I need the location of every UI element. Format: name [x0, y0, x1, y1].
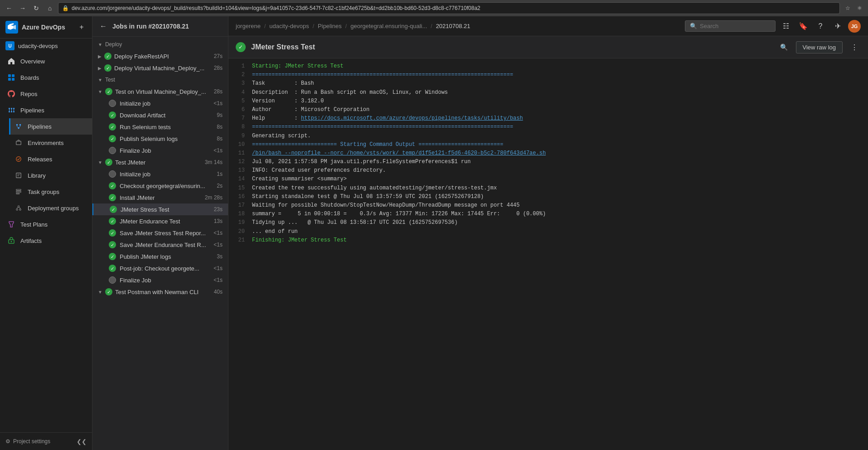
sidebar-item-releases[interactable]: Releases	[9, 151, 92, 167]
line-num-9: 9	[236, 132, 245, 140]
install-jmeter-time: 2m 28s	[205, 194, 223, 201]
save-stress-report-time: <1s	[213, 230, 223, 236]
sidebar-label-library: Library	[28, 172, 46, 179]
grid-view-button[interactable]: ☷	[779, 19, 793, 33]
job-post-checkout[interactable]: ✓ Post-job: Checkout georgete... <1s	[92, 262, 228, 274]
job-deploy-fakerestapi[interactable]: ▶ ✓ Deploy FakeRestAPI 27s	[92, 50, 228, 62]
breadcrumb-pipeline-name[interactable]: georgetegral.ensuring-quali...	[350, 23, 427, 29]
bash-link[interactable]: /bin/bash --noprofile --norc /home/vsts/…	[252, 150, 546, 156]
task-icon	[14, 187, 23, 196]
breadcrumb: jorgerene / udacity-devops / Pipelines /…	[236, 23, 685, 29]
job-jmeter-endurance[interactable]: ✓ JMeter Endurance Test 13s	[92, 215, 228, 227]
job-jmeter-stress[interactable]: ✓ JMeter Stress Test 23s	[92, 203, 228, 215]
search-input[interactable]	[700, 23, 771, 29]
sidebar-item-environments[interactable]: Environments	[9, 135, 92, 151]
save-stress-report-status: ✓	[109, 229, 116, 237]
job-finalize-1[interactable]: Finalize Job <1s	[92, 145, 228, 156]
sidebar-item-pipelines-sub[interactable]: Pipelines	[9, 118, 92, 135]
breadcrumb-udacity[interactable]: udacity-devops	[269, 23, 309, 29]
install-jmeter-name: Install JMeter	[120, 194, 201, 201]
top-bar-right: 🔍 ☷ 🔖 ? ✈ JG	[685, 19, 861, 33]
sidebar-item-library[interactable]: Library	[9, 167, 92, 184]
job-test-jmeter-group[interactable]: ▼ ✓ Test JMeter 3m 14s	[92, 156, 228, 168]
section-deploy-label: Deploy	[105, 41, 122, 48]
sidebar-item-test-plans[interactable]: Test Plans	[0, 216, 92, 232]
app-container: Azure DevOps + U udacity-devops Overview…	[0, 16, 868, 450]
log-search-button[interactable]: 🔍	[778, 41, 790, 53]
notifications-button[interactable]: 🔖	[796, 19, 810, 33]
line-text-21: Finishing: JMeter Stress Test	[252, 236, 347, 245]
log-line-8: 8 ======================================…	[236, 123, 861, 131]
sidebar-item-overview[interactable]: Overview	[0, 53, 92, 69]
line-text-15: Created the tree successfully using auto…	[252, 184, 497, 193]
jmeter-stress-status: ✓	[110, 206, 117, 213]
help-button[interactable]: ?	[814, 19, 827, 33]
artifact-icon	[7, 236, 16, 245]
line-text-17: Waiting for possible Shutdown/StopTestNo…	[252, 201, 520, 210]
home-button[interactable]: ⌂	[44, 3, 55, 14]
log-line-14: 14 Creating summariser <summary>	[236, 175, 861, 184]
project-item[interactable]: U udacity-devops	[0, 39, 92, 53]
job-init-job-2[interactable]: Initialize job 1s	[92, 168, 228, 180]
line-num-7: 7	[236, 114, 245, 123]
breadcrumb-pipelines[interactable]: Pipelines	[318, 23, 342, 29]
env-icon	[14, 138, 23, 147]
section-test-label: Test	[105, 77, 115, 83]
log-more-button[interactable]: ⋮	[848, 41, 861, 53]
postman-group-name: Test Postman with Newman CLI	[115, 289, 211, 295]
line-text-7: Help : https://docs.microsoft.com/azure/…	[252, 114, 523, 123]
back-button[interactable]: ←	[4, 3, 15, 14]
star-button[interactable]: ☆	[843, 3, 853, 13]
sidebar-item-artifacts[interactable]: Artifacts	[0, 232, 92, 249]
line-num-17: 17	[236, 201, 245, 210]
save-stress-report-name: Save JMeter Stress Test Repor...	[120, 230, 210, 237]
init-job-2-name: Initialize job	[120, 171, 213, 178]
forward-button[interactable]: →	[17, 3, 28, 14]
job-publish-jmeter[interactable]: ✓ Publish JMeter logs 3s	[92, 251, 228, 262]
job-download-artifact[interactable]: ✓ Download Artifact 9s	[92, 109, 228, 121]
extensions-button[interactable]: ⚛	[854, 3, 864, 13]
job-panel-back-button[interactable]: ←	[98, 21, 109, 32]
log-line-11: 11 /bin/bash --noprofile --norc /home/vs…	[236, 149, 861, 158]
reload-button[interactable]: ↻	[31, 3, 42, 14]
job-deploy-vm[interactable]: ▶ ✓ Deploy Virtual Machine_Deploy_... 28…	[92, 62, 228, 74]
svg-rect-12	[16, 194, 19, 194]
sidebar-item-boards[interactable]: Boards	[0, 69, 92, 86]
job-checkout[interactable]: ✓ Checkout georgetegral/ensurin... 2s	[92, 180, 228, 192]
job-test-postman-group[interactable]: ▼ ✓ Test Postman with Newman CLI 40s	[92, 286, 228, 298]
sidebar-item-repos[interactable]: Repos	[0, 86, 92, 102]
job-publish-selenium[interactable]: ✓ Publish Selenium logs 8s	[92, 133, 228, 145]
sidebar-item-task-groups[interactable]: Task groups	[9, 184, 92, 200]
view-raw-log-button[interactable]: View raw log	[796, 41, 843, 53]
sidebar-label-pipelines: Pipelines	[20, 107, 44, 114]
job-run-selenium[interactable]: ✓ Run Selenium tests 8s	[92, 121, 228, 133]
job-test-vm-group[interactable]: ▼ ✓ Test on Virtual Machine_Deploy_... 2…	[92, 86, 228, 97]
job-save-endurance-report[interactable]: ✓ Save JMeter Endurance Test R... <1s	[92, 239, 228, 251]
user-avatar[interactable]: JG	[848, 20, 861, 33]
help-link[interactable]: https://docs.microsoft.com/azure/devops/…	[301, 115, 523, 121]
add-project-button[interactable]: +	[77, 22, 87, 32]
project-icon: U	[5, 41, 15, 50]
svg-rect-1	[12, 74, 15, 77]
job-save-stress-report[interactable]: ✓ Save JMeter Stress Test Repor... <1s	[92, 227, 228, 239]
project-settings[interactable]: ⚙ Project settings ❮❮	[0, 432, 92, 450]
init-job-2-time: 1s	[217, 171, 223, 177]
collapse-sidebar-button[interactable]: ❮❮	[77, 436, 87, 446]
user-settings-button[interactable]: ✈	[831, 19, 844, 33]
line-num-12: 12	[236, 158, 245, 166]
job-init-job-1[interactable]: Initialize job <1s	[92, 97, 228, 109]
address-bar[interactable]: 🔒 dev.azure.com/jorgerene/udacity-devops…	[58, 2, 840, 14]
sidebar-item-pipelines[interactable]: Pipelines	[0, 102, 92, 118]
test-vm-group-time: 28s	[214, 88, 223, 95]
section-deploy[interactable]: ▼ Deploy	[92, 39, 228, 50]
sidebar-item-deployment-groups[interactable]: Deployment groups	[9, 200, 92, 216]
svg-rect-9	[16, 173, 21, 178]
breadcrumb-sep-3: /	[345, 23, 347, 29]
job-finalize-2[interactable]: Finalize Job <1s	[92, 274, 228, 286]
search-box[interactable]: 🔍	[685, 20, 776, 32]
breadcrumb-jorgerene[interactable]: jorgerene	[236, 23, 261, 29]
section-test[interactable]: ▼ Test	[92, 74, 228, 86]
jmeter-stress-name: JMeter Stress Test	[121, 206, 210, 213]
line-num-8: 8	[236, 123, 245, 131]
job-install-jmeter[interactable]: ✓ Install JMeter 2m 28s	[92, 192, 228, 203]
